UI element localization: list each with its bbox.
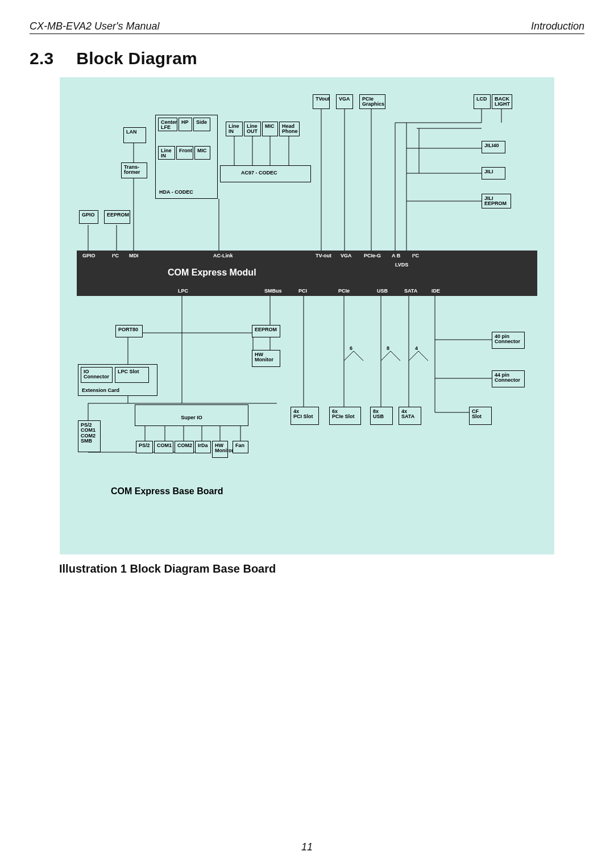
pin-i2c: I²C [112,253,119,258]
box-usb: 8xUSB [370,407,393,425]
box-hp: HP [179,118,192,131]
bus-count-pcie: 8 [387,345,389,351]
pin-lvds: LVDS [395,262,408,268]
wires-svg [60,77,554,554]
box-line-out: LineOUT [244,122,261,136]
block-diagram: TVout VGA PCIeGraphics LCD BACKLIGHT JIL… [60,77,554,554]
com-express-module: COM Express Modul GPIO I²C MDI AC-Link T… [77,251,537,296]
pin-pcie: PCIe [338,288,350,294]
pin-lpc: LPC [178,288,188,294]
pin-gpio: GPIO [82,253,96,258]
box-tvout: TVout [313,94,330,109]
box-ac97-codec: AC97 - CODEC [220,165,311,182]
box-jili: JILI [482,167,505,180]
box-44pin: 44 pinConnector [492,370,525,387]
label-ext-card: Extension Card [82,388,119,393]
pin-ab: A B [392,253,400,258]
box-com1: COM1 [154,441,173,453]
header-right: Introduction [531,20,584,32]
pin-i2c-r: I²C [412,253,419,258]
label-ac97: AC97 - CODEC [241,170,277,176]
header-left: CX-MB-EVA2 User's Manual [30,20,160,32]
box-headphone: HeadPhone [279,122,300,136]
box-extension-card: IOConnector LPC Slot Extension Card [78,364,157,396]
pin-sata: SATA [404,288,417,294]
pin-tvout: TV-out [316,253,331,258]
box-ps2: PS/2 [136,441,153,453]
box-hda-mic: MIC [194,146,210,160]
box-port80: PORT80 [115,325,143,337]
box-hw-monitor: HWMonitor [252,350,280,367]
box-gpio: GPIO [79,210,98,224]
box-transformer: Trans-former [121,162,147,178]
box-side-stack: PS/2COM1COM2SMB [78,420,101,452]
box-pcie-slot: 6xPCIe Slot [329,407,361,425]
box-cf-slot: CFSlot [469,407,492,425]
pin-usb: USB [377,288,388,294]
bus-count-usb: 4 [415,345,418,351]
box-eeprom-top: EEPROM [104,210,130,224]
pin-vga: VGA [341,253,352,258]
section-heading: 2.3Block Diagram [30,49,584,68]
section-title: Block Diagram [76,49,197,68]
box-40pin: 40 pinConnector [492,332,525,349]
pin-pcieg: PCIe-G [364,253,381,258]
box-hw2: HWMonitor [212,441,228,458]
pin-ide: IDE [432,288,440,294]
box-sata: 4xSATA [399,407,421,425]
box-jili-eeprom: JILIEEPROM [482,194,511,208]
box-backlight: BACKLIGHT [492,94,512,109]
bus-count-pci: 6 [350,345,352,351]
illustration-caption: Illustration 1 Block Diagram Base Board [59,562,584,575]
box-fan: Fan [233,441,248,453]
page-header: CX-MB-EVA2 User's Manual Introduction [30,20,584,34]
box-hda-codec: CenterLFE HP Side LineIN Front MIC HDA -… [155,115,218,199]
box-mic: MIC [262,122,278,136]
section-number: 2.3 [30,49,53,68]
pin-aclink: AC-Link [213,253,233,258]
box-lpc-slot: LPC Slot [115,367,149,383]
box-lcd: LCD [474,94,491,109]
page-number: 11 [0,841,614,853]
box-pci-slot: 4xPCI Slot [291,407,319,425]
box-center-lfe: CenterLFE [158,118,177,131]
box-eeprom2: EEPROM [252,325,280,337]
pin-smbus: SMBus [264,288,282,294]
box-hda-front: Front [176,146,193,160]
box-pcie-graphics: PCIeGraphics [359,94,385,109]
box-line-in: LineIN [226,122,243,136]
box-hda-line-in: LineIN [158,146,175,160]
box-com2: COM2 [175,441,194,453]
pin-mdi: MDI [129,253,139,258]
pin-pci: PCI [298,288,307,294]
label-hda-codec: HDA - CODEC [159,190,193,195]
box-super-io: Super IO [135,404,248,426]
box-side: Side [193,118,210,131]
box-lan: LAN [123,127,146,143]
box-jili40: JILI40 [482,141,505,153]
box-irda: IrDa [195,441,211,453]
base-board-title: COM Express Base Board [111,486,223,496]
box-io-connector: IOConnector [81,367,113,383]
module-title: COM Express Modul [168,268,256,278]
box-vga: VGA [336,94,353,109]
